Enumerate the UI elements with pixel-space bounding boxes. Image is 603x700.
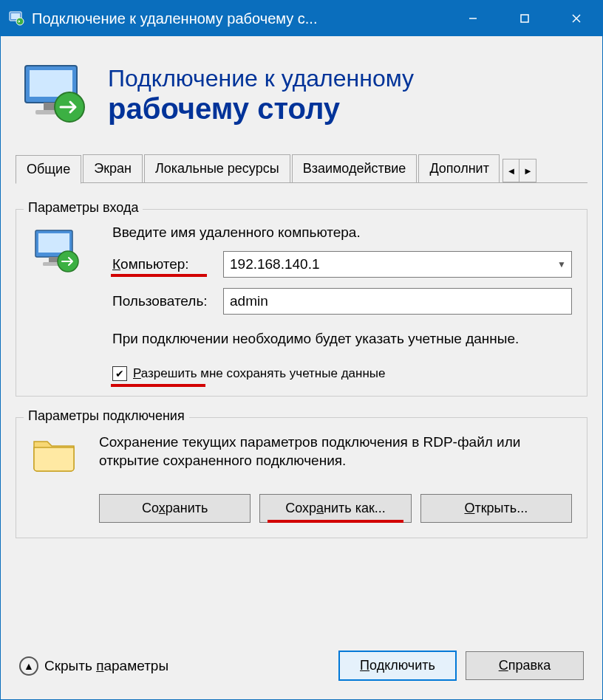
titlebar: Подключение к удаленному рабочему с... [1, 1, 602, 36]
tab-advanced[interactable]: Дополнит [418, 154, 500, 182]
tab-local-resources[interactable]: Локальные ресурсы [144, 154, 290, 182]
window-title: Подключение к удаленному рабочему с... [32, 10, 447, 27]
header-line2: рабочему столу [108, 92, 414, 126]
header: Подключение к удаленному рабочему столу [1, 36, 602, 154]
connection-buttons: Сохранить Сохранить как... Открыть... [99, 494, 572, 523]
help-button[interactable]: Справка [466, 651, 584, 680]
tabs: Общие Экран Локальные ресурсы Взаимодейс… [16, 154, 587, 183]
allow-save-label: Разрешить мне сохранять учетные данные [133, 366, 385, 381]
tabs-container: Общие Экран Локальные ресурсы Взаимодейс… [16, 154, 587, 183]
rdp-large-icon [19, 58, 93, 132]
save-as-button[interactable]: Сохранить как... [259, 494, 411, 523]
connection-text: Сохранение текущих параметров подключени… [99, 433, 572, 478]
rdp-window: Подключение к удаленному рабочему с... [0, 0, 603, 700]
header-text: Подключение к удаленному рабочему столу [108, 65, 414, 126]
credentials-note: При подключении необходимо будет указать… [112, 329, 572, 349]
computer-input[interactable] [224, 253, 552, 275]
rdp-app-icon [8, 10, 26, 27]
user-input[interactable] [224, 290, 571, 312]
tab-content: Параметры входа Введите имя удаленного к… [1, 183, 602, 636]
titlebar-buttons [447, 1, 602, 36]
minimize-button[interactable] [447, 1, 499, 36]
tab-arrow-right-icon[interactable]: ► [519, 159, 536, 182]
svg-rect-13 [38, 233, 69, 253]
computer-label: Компьютер: [112, 256, 216, 272]
chevron-down-icon[interactable]: ▼ [552, 259, 571, 270]
maximize-button[interactable] [499, 1, 551, 36]
user-textbox[interactable] [223, 288, 572, 315]
login-instruction: Введите имя удаленного компьютера. [112, 224, 572, 241]
hide-options-link[interactable]: ▲ Скрыть параметры [19, 656, 330, 676]
folder-icon [31, 433, 90, 478]
user-label: Пользователь: [112, 293, 216, 309]
close-button[interactable] [551, 1, 602, 36]
collapse-up-icon: ▲ [19, 656, 38, 676]
hide-options-label: Скрыть параметры [44, 658, 168, 674]
tab-arrow-left-icon[interactable]: ◄ [503, 159, 519, 182]
open-button[interactable]: Открыть... [420, 494, 572, 523]
tab-display[interactable]: Экран [83, 154, 143, 182]
allow-save-checkbox[interactable]: ✔ [112, 366, 127, 381]
svg-rect-4 [521, 15, 528, 22]
connect-button[interactable]: Подключить [338, 651, 457, 681]
connection-groupbox: Параметры подключения Сохранение текущих… [16, 417, 587, 538]
login-group-title: Параметры входа [24, 200, 143, 216]
footer: ▲ Скрыть параметры Подключить Справка [1, 636, 602, 699]
tab-scroll-arrows: ◄ ► [502, 159, 536, 182]
allow-save-row[interactable]: ✔ Разрешить мне сохранять учетные данные [112, 366, 572, 381]
save-button[interactable]: Сохранить [99, 494, 251, 523]
header-line1: Подключение к удаленному [108, 65, 414, 92]
tab-experience[interactable]: Взаимодействие [292, 154, 418, 182]
login-groupbox: Параметры входа Введите имя удаленного к… [16, 209, 587, 397]
computer-combobox[interactable]: ▼ [223, 251, 572, 278]
connection-group-title: Параметры подключения [24, 408, 189, 424]
tab-general[interactable]: Общие [16, 155, 81, 184]
computer-icon [31, 224, 84, 278]
